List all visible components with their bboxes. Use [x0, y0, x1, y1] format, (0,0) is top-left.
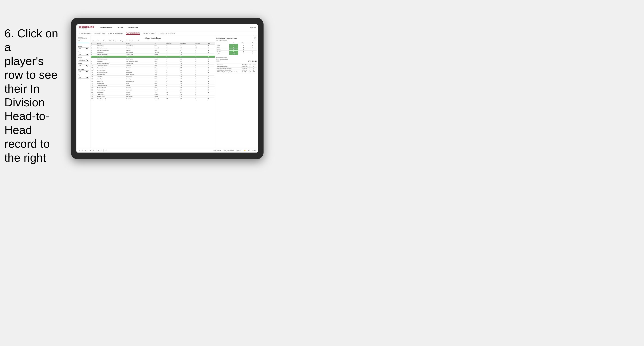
cell-win: 1 — [208, 71, 215, 73]
main-content: Update time: 27/03/2024 16:56:26 No Rds.… — [76, 36, 258, 153]
save-custom-button[interactable]: Save Custom View — [223, 150, 234, 151]
table-row[interactable]: 25 Cole Sherwood Vanderbilt Second 12 23… — [91, 98, 215, 100]
region-select[interactable]: N/A — [78, 65, 89, 67]
cell-num: 15 — [91, 76, 96, 78]
cell-player: Christo Lamprecht — [96, 53, 125, 56]
table-row[interactable]: 11 Gordon Sargent Vanderbilt Third 4 21 … — [91, 67, 215, 69]
table-row[interactable]: 12 Brendan Valles Auburn Third 1 27 0 0 — [91, 69, 215, 71]
cell-player: Taehoon Song — [96, 89, 125, 91]
tab-player-h2h-grid[interactable]: PLAYER H2H GRID — [142, 32, 156, 34]
table-row[interactable]: 16 Alex Goff Kentucky Fifth 8 19 0 0 — [91, 78, 215, 80]
undo-button[interactable]: ↩ — [78, 150, 80, 151]
nav-tournaments[interactable]: TOURNAMENTS — [98, 26, 113, 29]
table-row[interactable]: 3 Michael Thorbjornsen Stanford First 1 … — [91, 49, 215, 51]
h2h-title: In Division Head-to-Head — [216, 37, 257, 39]
zoom-out-button[interactable]: ⊟ — [92, 150, 94, 151]
table-row[interactable]: 21 Taehoon Song Washington Fourth 6 22 1… — [91, 89, 215, 91]
table-row[interactable]: 9 Preston Summerhays Arizona State Third… — [91, 62, 215, 65]
col-no-rds: No. Rds. — [195, 42, 208, 45]
table-row[interactable]: 17 David Ford North Carolina Third 2 21 … — [91, 80, 215, 82]
clock-button[interactable]: 🕐 — [105, 150, 108, 151]
no-rds-slider[interactable] — [78, 41, 89, 44]
tab-team-summary[interactable]: TEAM SUMMARY — [78, 32, 91, 34]
add-button[interactable]: + — [98, 150, 100, 151]
cell-yr: First — [154, 56, 166, 58]
tab-team-h2h-heatmap[interactable]: TEAM H2H HEATMAP — [108, 32, 123, 34]
undo2-button[interactable]: ↩ — [81, 150, 84, 151]
table-row[interactable]: 18 Luke Powell UCLA First 1 24 1 1 — [91, 82, 215, 84]
table-row[interactable]: 19 Tiger Christensen Arizona Third 8 23 … — [91, 84, 215, 87]
grid-button[interactable]: ▦ — [248, 150, 250, 151]
conference-select[interactable]: (All) — [78, 70, 89, 73]
cell-win: 2 — [208, 84, 215, 87]
table-row[interactable]: 2 Michael La Sasso Ole Miss Second 1 18 … — [91, 47, 215, 49]
cell-school: Auburn — [125, 56, 154, 58]
h2h-win-cell: 46 — [229, 51, 238, 53]
h2h-win-cell: 8 — [229, 44, 238, 46]
tab-team-h2h-grid[interactable]: TEAM H2H GRID — [94, 32, 106, 34]
table-row[interactable]: 14 Maxwell Ford North Carolina Third 3 2… — [91, 73, 215, 76]
cell-conf-rank: 24 — [180, 60, 195, 62]
cell-yr: Third — [154, 67, 166, 69]
cell-conf-rank: 27 — [180, 69, 195, 71]
watch-button[interactable]: Watch ▼ — [236, 150, 242, 151]
cell-win: 0 — [208, 65, 215, 67]
table-scroll-area[interactable]: # Player School Yr Reg Rank Conf Rank No… — [91, 42, 215, 150]
table-row[interactable]: 7 Nicholas Gabrelcik North Florida Fourt… — [91, 58, 215, 60]
redo-button[interactable]: ↪ — [84, 150, 86, 151]
table-row[interactable]: 4 Luke Claton Florida State Second 1 27 … — [91, 51, 215, 53]
cell-no-rds: 2 — [195, 84, 208, 87]
cell-school: Kentucky — [125, 78, 154, 80]
table-row[interactable]: 10 Jacob Mox Olesen Arkansas Fifth 2 25 … — [91, 65, 215, 67]
tab-player-h2h-heatmap[interactable]: PLAYER H2H HEATMAP — [159, 32, 176, 34]
table-row[interactable]: 13 Phichaksn Maichon Texas A&M Third 6 3… — [91, 71, 215, 73]
h2h-row: 51-100 46 6 3 — [216, 51, 257, 53]
thumbs-up-button[interactable]: 👍 — [244, 150, 246, 151]
nav-teams[interactable]: TEAMS — [116, 26, 124, 29]
cell-win: 1 — [208, 91, 215, 93]
cell-reg-rank: 6 — [166, 71, 180, 73]
view-original-button[interactable]: View: Original — [213, 150, 222, 151]
table-row[interactable]: 1 Wenyi Ding Arizona State First 1 1 8 1 — [91, 45, 215, 47]
table-row[interactable]: 22 Ian Gilligan Florida Third 10 24 1 1 — [91, 91, 215, 93]
share-button[interactable]: Share — [252, 150, 256, 151]
h2h-win-cell: 22 — [229, 48, 238, 51]
table-row[interactable]: 20 Matthew Riedel Vanderbilt Fifth 1 28 … — [91, 87, 215, 89]
cell-num: 8 — [91, 60, 96, 62]
cell-reg-rank: 1 — [166, 49, 180, 51]
zoom-dot-button[interactable]: ● — [95, 150, 97, 151]
table-row[interactable]: 23 Jack Lundin Missouri Fourth 11 24 0 0 — [91, 93, 215, 96]
table-row[interactable]: 8 Mats Ege East Tennessee State Fifth 1 … — [91, 60, 215, 62]
cell-no-rds: 2 — [195, 51, 208, 53]
table-row[interactable]: 24 Bastien Amat New Mexico Fourth 1 27 2… — [91, 96, 215, 98]
gender-select[interactable]: Men — [78, 47, 89, 50]
cell-no-rds: 1 — [195, 80, 208, 82]
tournament-name: Amer Am Intercollegiate — [216, 66, 242, 68]
h2h-loss-cell: 3 — [238, 44, 249, 46]
table-row[interactable]: 5 Christo Lamprecht Georgia Tech Fourth … — [91, 53, 215, 56]
cell-player: Alex Goff — [96, 78, 125, 80]
cell-conf-rank: 23 — [180, 84, 195, 87]
player-select[interactable]: (All) — [78, 76, 89, 79]
table-row[interactable]: 15 Jake Hall Tennessee Fifth 1 18 0 0 — [91, 76, 215, 78]
circle-button[interactable]: ○ — [100, 150, 102, 151]
cell-yr: Fourth — [154, 53, 166, 56]
cell-no-rds: 8 — [195, 45, 208, 47]
year-select[interactable]: (All) — [78, 53, 89, 56]
division-select[interactable]: NCAA Division I — [78, 59, 89, 61]
nav-committee[interactable]: COMMITTEE — [127, 26, 139, 29]
cell-conf-rank: 8 — [180, 49, 195, 51]
cell-conf-rank: 27 — [180, 96, 195, 98]
tournament-pos: 2 — [249, 68, 252, 69]
cell-school: Texas A&M — [125, 71, 154, 73]
table-row[interactable]: 6 Jackson Koivun Auburn First 1 8 1 1 — [91, 56, 215, 58]
tournament-row: Fallen Oak Collegiate Invitational Strok… — [216, 68, 257, 69]
close-h2h-button[interactable]: ✕ — [254, 37, 257, 39]
cell-player: Gordon Sargent — [96, 67, 125, 69]
tab-player-summary[interactable]: PLAYER SUMMARY — [126, 32, 140, 35]
h2h-stats-table: Win Loss Tie Top 10 8 3 2 11-25 20 9 5 2… — [216, 42, 257, 55]
cell-reg-rank: 3 — [166, 73, 180, 76]
sub-nav: TEAM SUMMARY TEAM H2H GRID TEAM H2H HEAT… — [76, 31, 258, 36]
sign-out-button[interactable]: Sign out — [250, 27, 256, 28]
zoom-in-button[interactable]: ⊞ — [89, 150, 92, 151]
